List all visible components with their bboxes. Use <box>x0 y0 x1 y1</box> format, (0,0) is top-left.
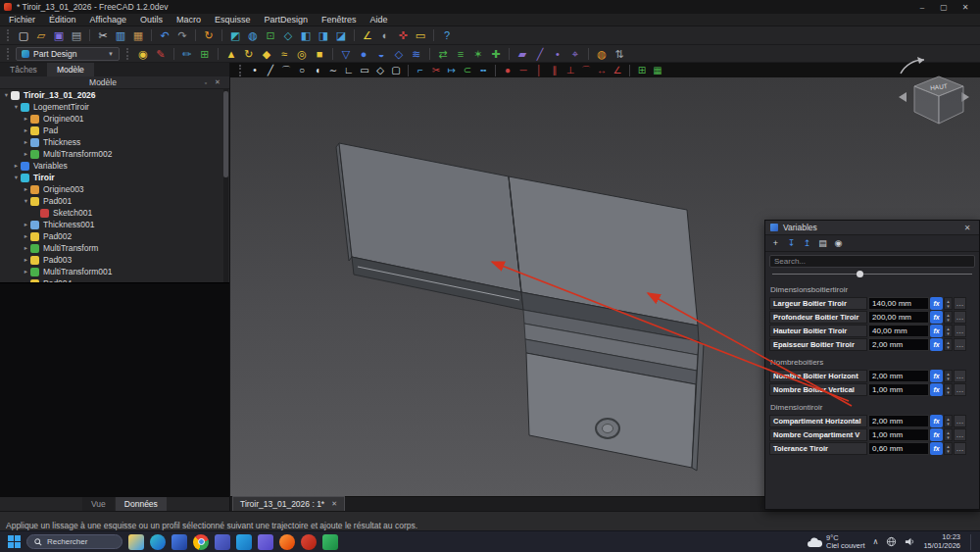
variable-value-input[interactable]: 200,00 mm <box>868 311 929 324</box>
expander-closed-icon[interactable]: ▸ <box>22 138 30 146</box>
value-stepper[interactable]: ▴▾ <box>944 338 953 351</box>
document-open-icon[interactable]: ▱ <box>33 27 49 43</box>
menu-edition[interactable]: Édition <box>42 14 83 26</box>
view-isometric-icon[interactable]: ◇ <box>280 27 296 43</box>
tree-item-logementtiroir[interactable]: ▾LogementTiroir <box>0 101 229 113</box>
expander-closed-icon[interactable]: ▸ <box>22 279 30 282</box>
copy-icon[interactable]: ▥ <box>113 27 128 43</box>
tree-item-thickness[interactable]: ▸Thickness <box>0 136 229 148</box>
tree-item-pad004[interactable]: ▸Pad004 <box>0 277 229 282</box>
value-stepper[interactable]: ▴▾ <box>944 311 953 324</box>
tree-item-multitransform001[interactable]: ▸MultiTransform001 <box>0 266 229 277</box>
taskbar-icon-teams[interactable] <box>215 534 230 550</box>
migrate-icon[interactable]: ⇅ <box>612 46 627 62</box>
tree-item-variables[interactable]: ▸Variables <box>0 160 229 172</box>
map-sketch-icon[interactable]: ⊞ <box>197 46 213 62</box>
refresh-icon[interactable]: ↻ <box>201 27 217 43</box>
weather-widget[interactable]: 9°C Ciel couvert <box>807 534 865 550</box>
whats-this-icon[interactable]: ? <box>439 27 455 43</box>
variable-value-input[interactable]: 0,60 mm <box>868 442 929 455</box>
expander-open-icon[interactable]: ▾ <box>22 197 30 205</box>
tab-modele[interactable]: Modèle <box>47 63 94 76</box>
tree-item-thickness001[interactable]: ▸Thickness001 <box>0 219 229 230</box>
datum-plane-icon[interactable]: ▰ <box>514 46 530 62</box>
variables-search-input[interactable] <box>769 255 975 268</box>
start-button[interactable] <box>8 535 21 548</box>
workbench-selector[interactable]: Part Design ▼ <box>16 47 120 61</box>
add-variable-icon[interactable]: + <box>769 237 782 250</box>
variables-filter-slider[interactable] <box>772 270 972 278</box>
additive-helix-icon[interactable]: ◎ <box>294 46 310 62</box>
ruler-icon[interactable]: ▭ <box>413 27 428 43</box>
expander-open-icon[interactable]: ▾ <box>2 91 11 99</box>
document-tab-close-icon[interactable]: ✕ <box>331 500 337 508</box>
network-icon[interactable] <box>886 536 897 547</box>
taskbar-icon-file-explorer[interactable] <box>128 534 144 550</box>
expander-closed-icon[interactable]: ▸ <box>22 268 30 276</box>
menu-aide[interactable]: Aide <box>364 14 395 26</box>
view-fit-icon[interactable]: ⊡ <box>263 27 278 43</box>
create-body-icon[interactable]: ◉ <box>135 46 151 62</box>
value-stepper[interactable]: ▴▾ <box>944 370 953 382</box>
tree-item-origine003[interactable]: ▸Origine003 <box>0 183 229 195</box>
mirrored-icon[interactable]: ⇄ <box>435 46 451 62</box>
value-stepper[interactable]: ▴▾ <box>944 415 953 427</box>
taskbar-icon-excel[interactable] <box>322 534 338 550</box>
subtractive-loft-icon[interactable]: ◇ <box>391 46 407 62</box>
tree-item-multitransform[interactable]: ▸MultiTransform <box>0 242 229 254</box>
constraint-perpendicular-icon[interactable]: ⊥ <box>564 64 577 77</box>
taskbar-icon-firefox[interactable] <box>279 534 295 550</box>
value-stepper[interactable]: ▴▾ <box>944 428 953 441</box>
variables-panel-close-icon[interactable]: ✕ <box>960 224 974 232</box>
slider-handle[interactable] <box>857 271 863 277</box>
tree-item-tiroir[interactable]: ▾Tiroir <box>0 172 229 183</box>
view-front-icon[interactable]: ◧ <box>298 27 314 43</box>
expander-closed-icon[interactable]: ▸ <box>22 221 30 228</box>
variable-value-input[interactable]: 140,00 mm <box>868 297 929 310</box>
undo-icon[interactable]: ↶ <box>157 27 172 43</box>
sketch-slot-icon[interactable]: ▢ <box>389 64 403 77</box>
constraint-tangent-icon[interactable]: ⌒ <box>579 64 593 77</box>
tray-chevron-icon[interactable]: ∧ <box>873 537 879 546</box>
menu-fichier[interactable]: Fichier <box>2 14 42 26</box>
taskbar-icon-chrome[interactable] <box>193 534 209 550</box>
row-menu-button[interactable]: … <box>954 428 966 441</box>
clipping-plane-icon[interactable]: ◐ <box>377 27 393 43</box>
tree-item-multitransform002[interactable]: ▸MultiTransform002 <box>0 148 229 160</box>
variables-panel-titlebar[interactable]: Variables ✕ <box>765 221 979 235</box>
tree-scrollbar[interactable] <box>223 89 228 282</box>
expression-fx-button[interactable]: fx <box>930 428 943 441</box>
variable-value-input[interactable]: 2,00 mm <box>868 415 929 427</box>
local-coordinate-system-icon[interactable]: ⌖ <box>567 46 583 62</box>
copy-variables-icon[interactable]: ▤ <box>816 237 829 250</box>
expression-fx-button[interactable]: fx <box>930 311 943 324</box>
external-geometry-icon[interactable]: ⊂ <box>461 64 474 77</box>
document-save-icon[interactable]: ▣ <box>51 27 67 43</box>
menu-esquisse[interactable]: Esquisse <box>208 14 258 26</box>
measure-icon[interactable]: ∠ <box>360 27 375 43</box>
datum-line-icon[interactable]: ╱ <box>532 46 548 62</box>
toolbar-grip[interactable] <box>7 48 10 60</box>
row-menu-button[interactable]: … <box>954 325 966 337</box>
document-new-icon[interactable]: ▢ <box>16 27 31 43</box>
taskbar-icon-freecad[interactable] <box>301 534 317 550</box>
maximize-button[interactable]: ▢ <box>933 0 955 14</box>
sketch-bspline-icon[interactable]: ∼ <box>326 64 340 77</box>
expression-fx-button[interactable]: fx <box>930 415 943 427</box>
taskbar-clock[interactable]: 10:23 15/01/2026 <box>923 533 960 550</box>
boolean-operation-icon[interactable]: ◍ <box>594 46 610 62</box>
view-right-icon[interactable]: ◪ <box>333 27 349 43</box>
tree-item-origine001[interactable]: ▸Origine001 <box>0 113 229 125</box>
sketch-conic-icon[interactable]: ◖ <box>311 64 324 77</box>
additive-pipe-icon[interactable]: ≈ <box>276 46 292 62</box>
row-menu-button[interactable]: … <box>954 415 966 427</box>
expander-closed-icon[interactable]: ▸ <box>22 185 30 193</box>
pocket-icon[interactable]: ▽ <box>338 46 354 62</box>
variable-value-input[interactable]: 1,00 mm <box>868 428 929 441</box>
groove-icon[interactable]: ◒ <box>373 46 389 62</box>
toolbar-grip[interactable] <box>7 29 10 41</box>
variable-value-input[interactable]: 2,00 mm <box>868 370 929 382</box>
variable-value-input[interactable]: 2,00 mm <box>868 338 929 351</box>
menu-fenetres[interactable]: Fenêtres <box>315 14 364 26</box>
create-sketch-icon[interactable]: ✎ <box>153 46 169 62</box>
